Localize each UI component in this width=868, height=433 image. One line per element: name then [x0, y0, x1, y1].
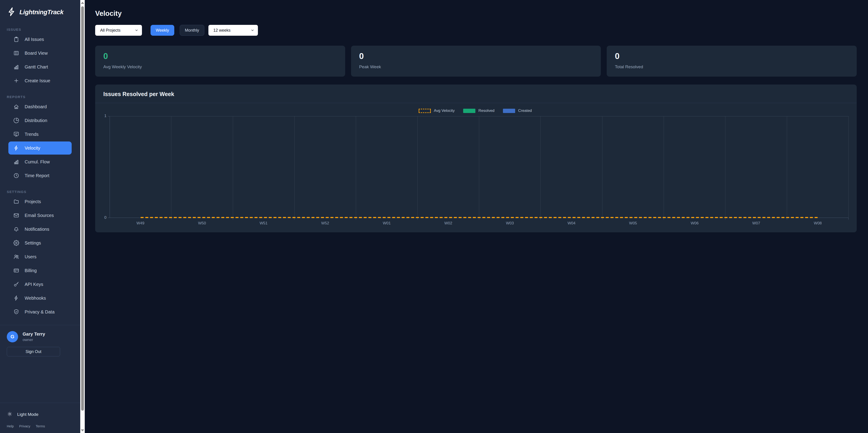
bell-icon: [13, 226, 19, 232]
project-filter-select[interactable]: All Projects: [95, 25, 142, 36]
stat-value: 0: [103, 52, 337, 60]
sidebar-item-create-issue[interactable]: Create Issue: [8, 74, 72, 87]
bolt-icon: [13, 295, 19, 301]
scrollbar-thumb[interactable]: [81, 6, 84, 411]
bolt-icon: [13, 145, 19, 151]
folder-icon: [13, 199, 19, 205]
sidebar-item-dashboard[interactable]: Dashboard: [8, 100, 72, 113]
sidebar-item-label: Settings: [25, 241, 41, 246]
y-axis-tick-label-1: 1: [104, 114, 106, 118]
theme-toggle[interactable]: Light Mode: [7, 405, 73, 420]
x-axis-tick-label: W05: [602, 218, 664, 225]
sidebar-item-time-report[interactable]: Time Report: [8, 169, 72, 182]
sidebar-item-trends[interactable]: Trends: [8, 128, 72, 141]
chart-plot-area: [110, 116, 848, 218]
sidebar-scrollbar[interactable]: [80, 0, 85, 433]
footer-link-help[interactable]: Help: [7, 424, 14, 428]
chevron-down-icon: [251, 29, 254, 32]
clipboard-icon: [13, 36, 19, 42]
brand-name: LightningTrack: [20, 8, 64, 16]
stat-card-peak-week: 0Peak Week: [351, 45, 601, 76]
chart-legend: Avg VelocityResolvedCreated: [102, 109, 848, 113]
x-axis-tick-label: W52: [294, 218, 356, 225]
chart-column-w04: [541, 116, 602, 218]
sidebar-nav: ISSUESAll IssuesBoard ViewGantt ChartCre…: [0, 20, 80, 319]
sidebar-item-label: Cumul. Flow: [25, 159, 50, 164]
monthly-toggle-button[interactable]: Monthly: [180, 25, 204, 36]
sidebar-item-users[interactable]: Users: [8, 250, 72, 263]
x-axis-tick-label: W04: [541, 218, 602, 225]
filters-bar: All Projects WeeklyMonthly 12 weeks: [95, 25, 857, 36]
stat-card-total-resolved: 0Total Resolved: [607, 45, 857, 76]
chart-card: Issues Resolved per Week Avg VelocityRes…: [95, 85, 857, 232]
users-icon: [13, 254, 19, 260]
range-filter-value: 12 weeks: [213, 28, 230, 33]
legend-swatch-created: [503, 109, 515, 113]
sidebar-item-gantt-chart[interactable]: Gantt Chart: [8, 60, 72, 73]
user-name: Gary Terry: [23, 332, 45, 337]
sidebar-item-label: Trends: [25, 132, 39, 137]
sidebar-item-board-view[interactable]: Board View: [8, 47, 72, 60]
chart-column-w50: [171, 116, 233, 218]
app-window: LightningTrack ISSUESAll IssuesBoard Vie…: [0, 0, 868, 433]
footer-links: HelpPrivacyTerms: [7, 420, 73, 429]
sidebar-item-velocity[interactable]: Velocity: [8, 142, 72, 155]
sidebar-item-billing[interactable]: Billing: [8, 264, 72, 277]
footer-link-terms[interactable]: Terms: [36, 424, 45, 428]
stat-card-avg-weekly-velocity: 0Avg Weekly Velocity: [95, 45, 345, 76]
key-icon: [13, 281, 19, 287]
sidebar-item-label: Privacy & Data: [25, 309, 55, 315]
bar-chart-icon: [13, 64, 19, 70]
pie-chart-icon: [13, 118, 19, 123]
chart-title: Issues Resolved per Week: [103, 91, 848, 97]
sign-out-button[interactable]: Sign Out: [7, 347, 60, 357]
clock-icon: [13, 173, 19, 179]
chart-column-w02: [418, 116, 479, 218]
sidebar-item-privacy-data[interactable]: Privacy & Data: [8, 305, 72, 318]
shield-check-icon: [13, 309, 19, 315]
footer-link-privacy[interactable]: Privacy: [19, 424, 30, 428]
stat-label: Total Resolved: [615, 64, 848, 69]
sidebar-bottom: Light Mode HelpPrivacyTerms: [0, 403, 80, 433]
sidebar-item-email-sources[interactable]: Email Sources: [8, 209, 72, 222]
avg-velocity-line: [141, 217, 818, 218]
chevron-down-icon: [135, 29, 138, 32]
chart-column-w08: [787, 116, 848, 218]
legend-label: Avg Velocity: [434, 109, 455, 113]
sidebar-item-webhooks[interactable]: Webhooks: [8, 291, 72, 305]
stat-label: Avg Weekly Velocity: [103, 64, 337, 69]
sidebar-item-label: API Keys: [25, 282, 43, 287]
sidebar-item-label: Users: [25, 254, 36, 259]
chart-column-w51: [233, 116, 294, 218]
range-filter-select[interactable]: 12 weeks: [209, 25, 258, 36]
sun-icon: [7, 411, 13, 418]
sidebar-item-distribution[interactable]: Distribution: [8, 114, 72, 127]
chart-column-w03: [479, 116, 541, 218]
nav-section-label-settings: SETTINGS: [7, 190, 80, 194]
credit-card-icon: [13, 268, 19, 274]
sidebar: LightningTrack ISSUESAll IssuesBoard Vie…: [0, 0, 80, 433]
sidebar-item-api-keys[interactable]: API Keys: [8, 278, 72, 291]
bar-chart-icon: [13, 159, 19, 165]
scrollbar-down-arrow[interactable]: [80, 428, 85, 433]
legend-item-resolved[interactable]: Resolved: [463, 109, 494, 113]
sidebar-item-all-issues[interactable]: All Issues: [8, 33, 72, 46]
stat-value: 0: [615, 52, 848, 60]
legend-item-created[interactable]: Created: [503, 109, 532, 113]
weekly-toggle-button[interactable]: Weekly: [151, 25, 174, 36]
chart-column-w49: [110, 116, 171, 218]
avatar: G: [7, 331, 18, 342]
sidebar-item-projects[interactable]: Projects: [8, 195, 72, 208]
sidebar-item-notifications[interactable]: Notifications: [8, 223, 72, 236]
page-title: Velocity: [95, 9, 857, 18]
sidebar-item-cumul-flow[interactable]: Cumul. Flow: [8, 155, 72, 168]
scrollbar-up-arrow[interactable]: [80, 0, 85, 5]
legend-item-avg-velocity[interactable]: Avg Velocity: [418, 109, 455, 113]
legend-swatch-resolved: [463, 109, 475, 113]
sidebar-item-label: Dashboard: [25, 104, 47, 110]
sidebar-item-settings[interactable]: Settings: [8, 237, 72, 249]
sidebar-item-label: Webhooks: [25, 296, 46, 301]
y-axis: 1 0: [102, 116, 110, 218]
sidebar-item-label: Email Sources: [25, 213, 54, 218]
y-axis-tick-label-0: 0: [104, 215, 106, 220]
